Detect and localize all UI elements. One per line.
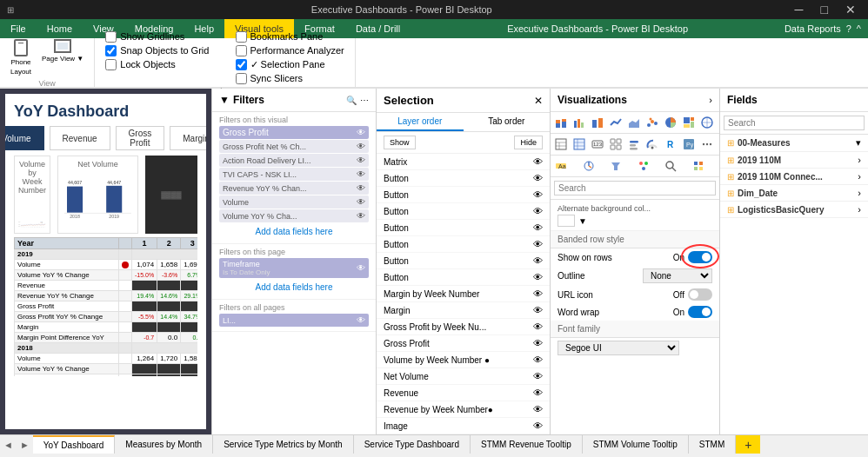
tab-file[interactable]: File [0, 19, 37, 38]
tab-service-type-metrics[interactable]: Service Type Metrics by Month [213, 435, 354, 454]
tab-stmm-volume[interactable]: STMM Volume Tooltip [583, 435, 689, 454]
canvas-area[interactable]: YoY Dashboard Volume Revenue Gross Profi… [0, 89, 211, 434]
lock-objects-checkbox[interactable]: Lock Objects [105, 59, 214, 70]
revenue-btn[interactable]: Revenue [50, 126, 110, 150]
color-swatch[interactable] [558, 215, 575, 227]
outline-select[interactable]: None [643, 268, 712, 283]
show-gridlines-checkbox[interactable]: Show Gridlines [105, 31, 214, 43]
tab-layer-order[interactable]: Layer order [377, 113, 464, 131]
filter-item-gross-profit-net[interactable]: Gross Profit Net % Ch... 👁 [219, 140, 369, 153]
viz-icon-more[interactable] [699, 136, 715, 152]
show-gridlines-input[interactable] [105, 31, 117, 43]
sync-slicers-checkbox[interactable]: Sync Slicers [236, 73, 344, 84]
selection-item-revenue[interactable]: Revenue 👁 [377, 385, 550, 401]
filter-item-all-1[interactable]: LI... 👁 [219, 314, 369, 327]
fields-group-dim-date-header[interactable]: ⊞ Dim_Date › [720, 185, 868, 201]
viz-icon-line[interactable] [608, 115, 624, 130]
performance-analyzer-input[interactable] [236, 45, 247, 56]
filter-item-gross-profit[interactable]: Gross Profit 👁 [219, 126, 369, 139]
url-icon-toggle[interactable] [688, 288, 712, 301]
font-family-select[interactable]: Segoe UI [558, 341, 679, 355]
fields-group-2019-110m-header[interactable]: ⊞ 2019 110M › [720, 152, 868, 168]
viz-icon-map[interactable] [699, 115, 715, 130]
tab-tab-order[interactable]: Tab order [464, 113, 551, 131]
tab-nav-right[interactable]: ► [17, 440, 33, 450]
filter-item-volume[interactable]: Volume 👁 [219, 195, 369, 209]
selection-pane-checkbox[interactable]: ✓ Selection Pane [236, 59, 344, 70]
help-btn[interactable]: ? [846, 23, 851, 34]
gross-profit-btn[interactable]: Gross Profit [116, 126, 165, 150]
viz-icon-matrix[interactable] [571, 136, 587, 152]
viz-icon-analytics[interactable] [581, 158, 597, 174]
selection-item-btn6[interactable]: Button 👁 [377, 253, 550, 269]
viz-icon-scatter[interactable] [644, 115, 660, 130]
tab-yoy-dashboard[interactable]: YoY Dashboard [33, 435, 116, 454]
show-all-btn[interactable]: Show [384, 136, 416, 149]
viz-icon-gauge[interactable] [644, 136, 660, 152]
viz-icon-treemap[interactable] [681, 115, 697, 130]
hide-all-btn[interactable]: Hide [514, 136, 543, 149]
selection-item-btn2[interactable]: Button 👁 [377, 187, 550, 203]
tab-data-drill[interactable]: Data / Drill [345, 19, 411, 38]
data-reports-btn[interactable]: Data Reports [785, 23, 841, 34]
fields-search-input[interactable] [724, 116, 865, 130]
add-page-btn[interactable]: + [736, 435, 760, 454]
viz-icon-stacked-col[interactable] [590, 115, 605, 130]
tab-measures-month[interactable]: Measures by Month [115, 435, 213, 454]
snap-objects-input[interactable] [105, 45, 117, 56]
bookmarks-pane-input[interactable] [236, 31, 247, 43]
bookmarks-pane-checkbox[interactable]: Bookmarks Pane [236, 31, 344, 43]
selection-pane-input[interactable] [236, 59, 247, 70]
viz-icon-search-visual[interactable] [663, 158, 678, 174]
performance-analyzer-checkbox[interactable]: Performance Analyzer [236, 45, 344, 56]
selection-item-btn3[interactable]: Button 👁 [377, 203, 550, 220]
selection-item-gp-week[interactable]: Gross Profit by Week Nu... 👁 [377, 319, 550, 335]
viz-icon-multi-card[interactable] [608, 136, 624, 152]
selection-item-margin-week[interactable]: Margin by Week Number 👁 [377, 286, 550, 302]
filter-item-tvi-caps[interactable]: TVI CAPS - NSK LI... 👁 [219, 168, 369, 181]
selection-item-margin[interactable]: Margin 👁 [377, 302, 550, 319]
phone-layout-btn[interactable]: Phone Layout [7, 37, 35, 77]
show-on-rows-toggle[interactable] [688, 251, 712, 263]
viz-icon-palette[interactable] [636, 158, 651, 174]
filter-item-timeframe[interactable]: Timeframe Is To Date Only 👁 [219, 258, 369, 278]
viz-icon-filter-visual[interactable] [608, 158, 624, 174]
fields-group-logistics-header[interactable]: ⊞ LogisticsBasicQuery › [720, 202, 868, 217]
maximize-btn[interactable]: □ [816, 3, 833, 17]
viz-icon-pie[interactable] [663, 115, 678, 130]
viz-expand-btn[interactable]: › [709, 95, 712, 105]
viz-icon-card[interactable]: 123 [590, 136, 605, 152]
margin-btn[interactable]: Margin [170, 126, 206, 150]
add-data-fields-page-btn[interactable]: Add data fields here [219, 279, 369, 295]
tab-nav-left[interactable]: ◄ [0, 440, 17, 450]
alt-bg-dropdown[interactable]: ▼ [578, 216, 587, 226]
selection-item-rev-week[interactable]: Revenue by Week Number● 👁 [377, 401, 550, 418]
sync-slicers-input[interactable] [236, 73, 247, 84]
close-btn[interactable]: ✕ [840, 3, 861, 17]
selection-item-btn1[interactable]: Button 👁 [377, 170, 550, 187]
selection-item-net-vol[interactable]: Net Volume 👁 [377, 368, 550, 385]
snap-objects-checkbox[interactable]: Snap Objects to Grid [105, 45, 214, 56]
filter-item-revenue-yoy[interactable]: Revenue YoY % Chan... 👁 [219, 182, 369, 195]
add-data-fields-btn[interactable]: Add data fields here [219, 223, 369, 240]
filters-more-btn[interactable]: ⋯ [360, 96, 369, 105]
filters-search-btn[interactable]: 🔍 [346, 96, 357, 105]
viz-icon-custom[interactable] [691, 158, 706, 174]
viz-search-input[interactable] [554, 181, 716, 195]
viz-icon-stacked-bar[interactable] [553, 115, 569, 130]
data-table-container[interactable]: Year 1 2 3 4 5 6 7 8 9 10 11 [14, 237, 197, 376]
selection-item-matrix[interactable]: Matrix 👁 [377, 154, 550, 170]
viz-icon-slicer[interactable] [626, 136, 642, 152]
filter-item-action-road[interactable]: Action Road Delivery LI... 👁 [219, 154, 369, 167]
selection-item-image[interactable]: Image 👁 [377, 418, 550, 434]
lock-objects-input[interactable] [105, 59, 117, 70]
fields-group-2019-110m-conn-header[interactable]: ⊞ 2019 110M Connec... › [720, 169, 868, 184]
viz-icon-py-visual[interactable]: Py [681, 136, 697, 152]
viz-icon-area[interactable] [626, 115, 642, 130]
selection-close-btn[interactable]: ✕ [534, 95, 543, 107]
selection-item-btn5[interactable]: Button 👁 [377, 236, 550, 253]
filter-item-volume-yoy[interactable]: Volume YoY % Cha... 👁 [219, 209, 369, 222]
tab-stmm-revenue[interactable]: STMM Revenue Tooltip [471, 435, 583, 454]
selection-item-vol-week[interactable]: Volume by Week Number ● 👁 [377, 352, 550, 368]
viz-icon-clustered-bar[interactable] [571, 115, 587, 130]
